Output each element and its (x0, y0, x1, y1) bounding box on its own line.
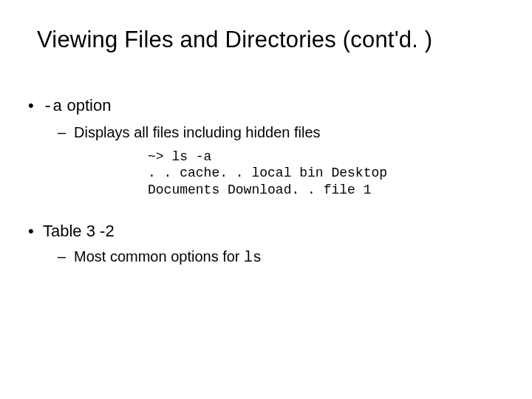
sub-bullet-ls-options: Most common options for ls (22, 247, 502, 267)
table-ref-label: Table 3 -2 (43, 222, 115, 240)
sub-bullet-hidden-files: Displays all files including hidden file… (22, 123, 502, 143)
bullet-table-ref: Table 3 -2 (22, 220, 502, 242)
slide-title: Viewing Files and Directories (cont'd. ) (37, 27, 502, 53)
bullet-a-option: -a option (22, 95, 502, 118)
option-flag: -a (43, 98, 62, 116)
terminal-output: ~> ls -a . . cache. . local bin Desktop … (148, 149, 502, 199)
option-flag-tail: option (62, 96, 111, 115)
ls-command: ls (244, 249, 262, 266)
ls-options-text: Most common options for (74, 248, 244, 265)
slide: Viewing Files and Directories (cont'd. )… (0, 0, 532, 399)
slide-body: -a option Displays all files including h… (22, 95, 502, 273)
